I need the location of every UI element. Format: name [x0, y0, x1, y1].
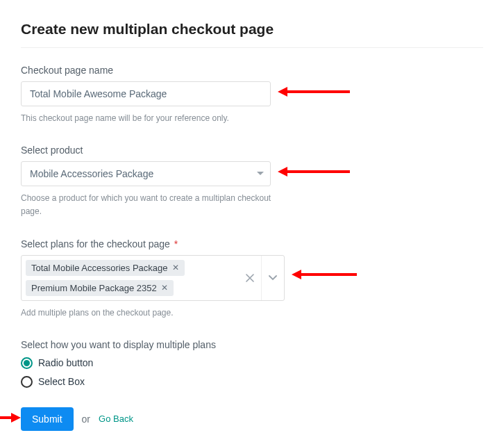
chip-remove-icon[interactable]: ✕	[172, 263, 179, 272]
form-actions: Submit or Go Back	[21, 407, 483, 431]
radio-option-label: Radio button	[38, 357, 93, 368]
annotation-arrow	[0, 413, 21, 423]
plans-helper: Add multiple plans on the checkout page.	[21, 306, 285, 320]
product-label: Select product	[21, 145, 483, 156]
required-asterisk: *	[174, 238, 178, 249]
radio-option-label: Select Box	[38, 376, 85, 387]
checkout-name-input[interactable]	[21, 81, 271, 106]
display-mode-radio-group: Radio button Select Box	[21, 357, 483, 388]
annotation-arrow	[278, 87, 350, 97]
plan-chip-label: Total Mobile Accessories Package	[31, 263, 168, 273]
page-title: Create new multiplan checkout page	[21, 21, 483, 38]
multiselect-controls	[239, 256, 284, 300]
plans-multiselect[interactable]: Total Mobile Accessories Package ✕ Premi…	[21, 255, 285, 301]
title-divider	[21, 47, 483, 48]
clear-all-icon[interactable]	[239, 256, 261, 300]
product-helper: Choose a product for which you want to c…	[21, 192, 285, 218]
product-select-value: Mobile Accessories Package	[21, 161, 271, 186]
radio-option-radio-button[interactable]: Radio button	[21, 357, 483, 369]
field-product: Select product Mobile Accessories Packag…	[21, 145, 483, 218]
or-text: or	[82, 414, 90, 425]
annotation-arrow	[278, 167, 350, 177]
chip-remove-icon[interactable]: ✕	[161, 284, 168, 292]
product-select[interactable]: Mobile Accessories Package	[21, 161, 271, 186]
plan-chip: Total Mobile Accessories Package ✕	[26, 260, 185, 276]
field-plans: Select plans for the checkout page * Tot…	[21, 238, 483, 320]
checkout-name-helper: This checkout page name will be for your…	[21, 112, 285, 125]
go-back-link[interactable]: Go Back	[99, 414, 133, 424]
radio-icon-checked	[21, 357, 33, 369]
chevron-down-icon[interactable]	[262, 256, 284, 300]
display-mode-label: Select how you want to display multiple …	[21, 339, 483, 350]
plans-label-text: Select plans for the checkout page	[21, 238, 170, 249]
plans-label: Select plans for the checkout page *	[21, 238, 483, 249]
field-checkout-name: Checkout page name This checkout page na…	[21, 65, 483, 125]
radio-option-select-box[interactable]: Select Box	[21, 376, 483, 388]
checkout-name-label: Checkout page name	[21, 65, 483, 76]
annotation-arrow	[292, 270, 357, 279]
plans-chips-container: Total Mobile Accessories Package ✕ Premi…	[22, 256, 239, 300]
submit-button[interactable]: Submit	[21, 407, 74, 431]
field-display-mode: Select how you want to display multiple …	[21, 339, 483, 388]
plan-chip-label: Premium Mobile Package 2352	[31, 283, 157, 293]
plan-chip: Premium Mobile Package 2352 ✕	[26, 280, 174, 296]
radio-icon-unchecked	[21, 376, 33, 388]
